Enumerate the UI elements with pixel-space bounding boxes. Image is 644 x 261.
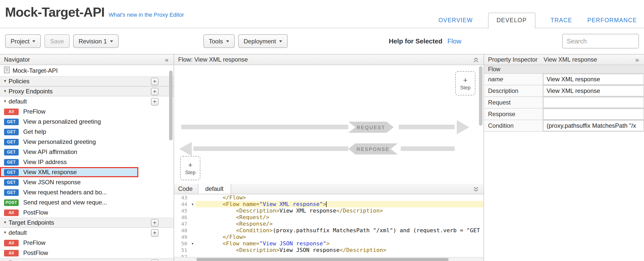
code-horizontal-scrollbar[interactable] [174,257,484,261]
nav-flow-view-request-headers-and-bo[interactable]: GETView request headers and bo... [0,187,174,197]
fold-gutter [189,214,196,221]
whats-new-link[interactable]: What's new in the Proxy Editor [109,12,184,18]
response-flow-line [401,146,455,151]
tab-develop[interactable]: DEVELOP [488,13,535,29]
nav-proxy-name[interactable]: Mock-Target-API [0,65,174,76]
code-line-50[interactable]: 50▾ <Flow name="View JSON response"> [174,240,484,247]
revision-menu-button[interactable]: Revision 1 [73,34,118,48]
add-step-button-request[interactable]: + Step [455,71,475,95]
flow-canvas-scrollbar[interactable] [479,66,482,183]
flow-label: PostFlow [23,209,48,216]
nav-section-label: Proxy Endpoints [9,88,53,95]
code-panel-title: Code [178,185,193,192]
proxy-name-label: Mock-Target-API [13,67,58,74]
code-line-49[interactable]: 49 </Flow> [174,234,484,240]
nav-flow-view-json-response[interactable]: GETView JSON response [0,177,174,187]
property-label: Response [484,109,543,120]
code-line-44[interactable]: 44▾ <Flow name="View XML response"> [174,201,484,207]
deployment-menu-button[interactable]: Deployment [238,34,288,48]
collapse-panel-icon[interactable]: « [165,56,170,63]
add-button[interactable]: + [151,259,158,261]
code-editor[interactable]: 43 </Flow>44▾ <Flow name="View XML respo… [174,194,484,261]
nav-flow-view-xml-response[interactable]: GETView XML response [0,167,138,177]
scrollbar-thumb[interactable] [169,71,173,140]
nav-group-default[interactable]: ▾default+ [0,228,174,238]
nav-flow-view-a-personalized-greeting[interactable]: GETView a personalized greeting [0,117,174,127]
method-badge-get: GET [4,128,19,135]
add-button[interactable]: + [151,77,158,85]
code-token-tag: <Response/> [236,221,273,227]
code-token-tag: <Condition> [236,227,273,234]
nav-section-label: Target Endpoints [9,219,54,226]
line-number: 50 [174,240,189,247]
tab-overview[interactable]: OVERVIEW [438,13,473,28]
nav-flow-preflow[interactable]: AllPreFlow [0,107,174,117]
add-button[interactable]: + [151,219,158,226]
nav-flow-get-help[interactable]: GETGet help [0,127,174,137]
code-line-47[interactable]: 47 <Response/> [174,221,484,227]
code-token-tag: > [323,201,326,207]
scrollbar-thumb[interactable] [196,258,449,261]
add-button[interactable]: + [151,98,158,105]
code-token-tag: </Description> [340,247,386,253]
page-title: Mock-Target-API [5,5,104,20]
code-tab-default[interactable]: default [198,184,231,194]
search-input[interactable] [562,34,639,48]
nav-flow-view-personalized-greeting[interactable]: GETView personalized greeting [0,137,174,147]
nav-section-target-endpoints[interactable]: ▾Target Endpoints+ [0,218,174,228]
line-number: 43 [174,194,189,201]
nav-group-label: default [9,229,27,236]
property-row-request: Request [484,97,644,109]
nav-section-resources[interactable]: ▾Resources+ [0,258,174,261]
flow-canvas[interactable]: + Step REQUEST RESPONSE + Step [174,65,484,184]
nav-section-policies[interactable]: ▾Policies+ [0,76,174,86]
tools-menu-button[interactable]: Tools [203,34,235,48]
nav-flow-postflow[interactable]: AllPostFlow [0,207,174,218]
property-value[interactable] [543,109,644,120]
code-line-43[interactable]: 43 </Flow> [174,194,484,201]
add-step-button-response[interactable]: + Step [180,156,200,180]
fold-arrow-icon[interactable]: ▾ [189,201,196,207]
scrollbar-thumb[interactable] [479,66,482,126]
request-label[interactable]: REQUEST [348,122,394,133]
nav-flow-send-request-and-view-reque[interactable]: POSTSend request and view reque... [0,197,174,207]
property-inspector-title: Property Inspector [488,56,538,63]
code-text: <Response/> [196,221,484,227]
property-label: Description [484,85,543,96]
tab-performance[interactable]: PERFORMANCE [587,13,637,28]
method-badge-get: GET [4,179,19,186]
code-line-51[interactable]: 51 <Description>View JSON response</Desc… [174,247,484,253]
help-flow-link[interactable]: Flow [447,37,461,45]
property-value[interactable]: View XML response [543,85,644,96]
tab-trace[interactable]: TRACE [551,13,572,28]
code-line-46[interactable]: 46 <Request/> [174,214,484,221]
apigee-proxy-editor: Mock-Target-API What's new in the Proxy … [0,0,644,261]
add-button[interactable]: + [151,88,158,95]
property-value[interactable]: View XML response [543,74,644,85]
collapse-up-icon[interactable] [473,56,479,63]
save-button[interactable]: Save [45,34,70,48]
property-label: name [484,74,543,85]
nav-section-proxy-endpoints[interactable]: ▾Proxy Endpoints+ [0,86,174,96]
property-value[interactable] [543,97,644,108]
fold-arrow-icon[interactable]: ▾ [189,240,196,247]
nav-flow-preflow[interactable]: AllPreFlow [0,238,174,248]
nav-group-default[interactable]: ▾default+ [0,96,174,107]
code-line-48[interactable]: 48 <Condition>(proxy.pathsuffix MatchesP… [174,227,484,234]
code-line-45[interactable]: 45 <Description>View XML response</Descr… [174,207,484,214]
response-label[interactable]: RESPONSE [348,143,398,154]
project-menu-button[interactable]: Project [5,34,41,48]
expand-panel-icon[interactable]: » [635,56,640,63]
collapse-triangle-icon: ▾ [4,79,6,83]
caret-down-icon [226,40,229,42]
nav-flow-view-api-affirmation[interactable]: GETView API affirmation [0,147,174,157]
property-value[interactable]: (proxy.pathsuffix MatchesPath "/x [543,120,644,131]
nav-flow-postflow[interactable]: AllPostFlow [0,248,174,258]
code-token-tag: <Description> [236,207,279,214]
add-button[interactable]: + [151,229,158,237]
navigator-scrollbar[interactable] [169,67,173,260]
code-token-plain [239,201,243,207]
nav-flow-view-ip-address[interactable]: GETView IP address [0,157,174,167]
collapse-down-icon[interactable] [473,186,479,192]
code-text: <Condition>(proxy.pathsuffix MatchesPath… [196,227,484,234]
